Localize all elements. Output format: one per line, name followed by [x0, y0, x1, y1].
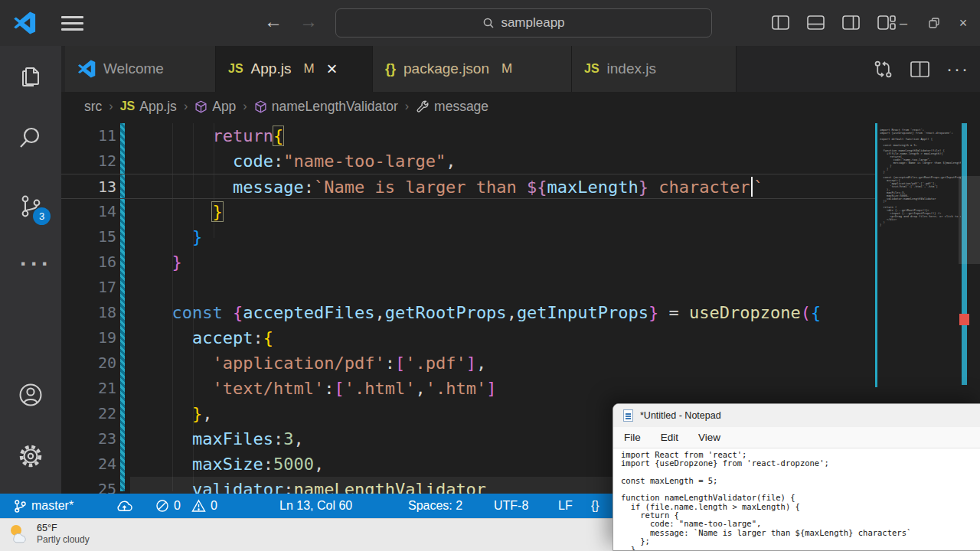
breadcrumb: src › JS App.js › App › nameLengthValida…	[61, 92, 980, 121]
search-value: sampleapp	[501, 15, 564, 31]
tab-appjs[interactable]: JS App.js M ×	[216, 46, 373, 92]
git-branch-status[interactable]: master*	[14, 494, 74, 518]
toggle-secondary-sidebar-icon[interactable]	[842, 15, 860, 30]
notepad-content: import React from 'react'; import {useDr…	[621, 451, 980, 551]
notepad-menu-edit[interactable]: Edit	[661, 432, 678, 443]
line-number: 17	[61, 275, 116, 300]
additional-views-icon[interactable]: ···	[20, 251, 47, 279]
vscode-logo-icon	[13, 11, 36, 34]
code-line-17[interactable]: 17	[61, 275, 877, 300]
menu-hamburger-icon[interactable]	[61, 16, 83, 31]
tab-label: Welcome	[103, 60, 164, 77]
line-text: accept:{	[152, 325, 273, 350]
nav-back-icon[interactable]: ←	[262, 11, 285, 32]
line-number: 22	[61, 401, 116, 426]
js-file-icon: JS	[584, 62, 599, 76]
minimap-modified-strip	[875, 123, 877, 387]
code-line-15[interactable]: 15 }	[61, 224, 877, 249]
open-changes-icon[interactable]	[873, 59, 893, 80]
notepad-titlebar[interactable]: *Untitled - Notepad	[613, 404, 980, 427]
notepad-app-icon	[623, 409, 633, 422]
tab-indexjs[interactable]: JS index.js	[572, 46, 737, 92]
line-text: maxFiles:3,	[152, 426, 304, 452]
line-text: },	[152, 401, 212, 426]
line-number: 24	[61, 452, 116, 477]
tab-strip: Welcome JS App.js M × {} package.json M …	[61, 46, 980, 92]
weather-widget[interactable]: 65°F Partly cloudy	[6, 521, 90, 546]
modified-badge: M	[303, 61, 314, 77]
tab-label: index.js	[607, 60, 656, 77]
line-number: 12	[61, 148, 116, 174]
problems-status[interactable]: 0 0	[155, 494, 217, 518]
code-line-11[interactable]: 11 return{	[61, 123, 877, 148]
weather-temp: 65°F	[37, 522, 90, 534]
code-line-16[interactable]: 16 }	[61, 249, 877, 275]
minimap-content: import React from 'react'; import {useDr…	[880, 129, 895, 227]
modified-badge: M	[501, 61, 512, 77]
more-actions-icon[interactable]: ···	[946, 58, 969, 80]
nav-forward-icon[interactable]: →	[297, 11, 320, 32]
cursor-position-status[interactable]: Ln 13, Col 60	[279, 494, 352, 518]
vscode-file-icon	[77, 60, 96, 78]
line-number: 11	[61, 123, 116, 148]
symbol-function-icon	[194, 100, 207, 113]
weather-icon	[6, 521, 31, 546]
encoding-status[interactable]: UTF-8	[494, 494, 528, 518]
account-icon[interactable]	[17, 381, 44, 409]
breadcrumb-namelengthvalidator[interactable]: nameLengthValidator	[254, 99, 398, 115]
editor-scrollbar[interactable]	[959, 176, 980, 264]
code-line-18[interactable]: 18 const {acceptedFiles,getRootProps,get…	[61, 300, 877, 325]
scm-badge: 3	[33, 207, 51, 225]
notepad-menu-file[interactable]: File	[624, 432, 641, 443]
window-close-button[interactable]: ×	[948, 0, 978, 46]
breadcrumb-appjs[interactable]: JS App.js	[120, 99, 177, 115]
overview-ruler-error	[959, 314, 969, 325]
toggle-sidebar-icon[interactable]	[772, 15, 789, 30]
toggle-panel-icon[interactable]	[807, 15, 825, 30]
source-control-icon[interactable]: 3	[17, 193, 44, 220]
eol-status[interactable]: LF	[558, 494, 573, 518]
notepad-menubar: File Edit View	[613, 427, 980, 448]
line-number: 14	[61, 199, 116, 224]
js-file-icon: JS	[120, 99, 136, 113]
language-mode-status[interactable]: {}	[591, 494, 599, 518]
js-file-icon: JS	[228, 62, 243, 76]
search-sidebar-icon[interactable]	[17, 124, 44, 152]
code-line-12[interactable]: 12 code:"name-too-large",	[61, 148, 877, 174]
notepad-editor[interactable]: import React from 'react'; import {useDr…	[613, 448, 980, 551]
breadcrumb-src[interactable]: src	[84, 99, 102, 115]
breadcrumb-app[interactable]: App	[194, 99, 236, 115]
json-file-icon: {}	[385, 61, 396, 77]
line-text: }	[152, 199, 223, 224]
notepad-menu-view[interactable]: View	[698, 432, 720, 443]
split-editor-icon[interactable]	[910, 61, 929, 77]
sync-publish-status[interactable]	[116, 494, 132, 518]
line-text: 'application/pdf':['.pdf'],	[152, 350, 486, 376]
code-line-14[interactable]: 14 }	[61, 199, 877, 224]
code-line-20[interactable]: 20 'application/pdf':['.pdf'],	[61, 350, 877, 376]
line-number: 25	[61, 477, 116, 494]
tab-label: package.json	[403, 60, 489, 77]
search-icon	[482, 17, 495, 29]
command-center-search[interactable]: sampleapp	[335, 8, 712, 37]
code-line-19[interactable]: 19 accept:{	[61, 325, 877, 350]
explorer-icon[interactable]	[17, 63, 44, 90]
settings-gear-icon[interactable]	[17, 442, 44, 470]
tab-close-icon[interactable]: ×	[327, 61, 338, 77]
line-text: }	[152, 249, 182, 275]
desktop: ← → sampleapp – × 3 ···	[0, 0, 980, 551]
breadcrumb-message[interactable]: message	[416, 99, 488, 115]
tab-packagejson[interactable]: {} package.json M	[373, 46, 572, 92]
line-number: 15	[61, 224, 116, 249]
indentation-status[interactable]: Spaces: 2	[408, 494, 462, 518]
restore-icon	[929, 18, 939, 28]
code-line-21[interactable]: 21 'text/html':['.html','.htm']	[61, 376, 877, 401]
window-restore-button[interactable]	[919, 0, 949, 46]
tab-welcome[interactable]: Welcome	[65, 46, 216, 92]
symbol-property-wrench-icon	[416, 99, 430, 113]
line-number: 18	[61, 300, 116, 325]
window-minimize-button[interactable]: –	[888, 0, 919, 46]
notepad-window: *Untitled - Notepad File Edit View impor…	[612, 403, 980, 551]
line-number: 21	[61, 376, 116, 401]
code-line-13[interactable]: 13 message:`Name is larger than ${maxLen…	[61, 174, 877, 199]
